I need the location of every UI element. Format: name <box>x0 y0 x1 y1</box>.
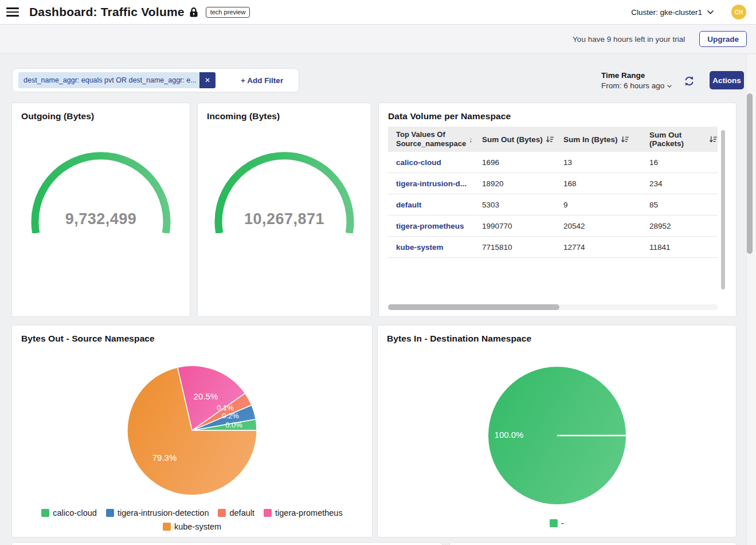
filter-panel: dest_name_aggr: equals pvt OR dest_name_… <box>12 68 299 92</box>
tech-preview-badge: tech preview <box>206 7 250 18</box>
legend-swatch <box>163 523 171 531</box>
namespace-link[interactable]: default <box>396 201 482 209</box>
sort-amount-icon <box>709 135 718 144</box>
actions-button[interactable]: Actions <box>710 71 744 89</box>
legend-label: - <box>561 517 564 529</box>
legend-item-default[interactable]: default <box>218 507 254 519</box>
hamburger-menu-button[interactable] <box>6 7 19 17</box>
filter-chip[interactable]: dest_name_aggr: equals pvt OR dest_name_… <box>18 72 216 88</box>
time-range: Time Range From: 6 hours ago <box>601 71 672 90</box>
sort-arrow-icon: ↓ <box>469 135 473 144</box>
legend-label: tigera-prometheus <box>275 507 343 519</box>
gauge-value: 9,732,499 <box>65 210 137 228</box>
legend-label: kube-system <box>174 521 221 532</box>
card-title: Incoming (Bytes) <box>198 103 371 121</box>
table-row: tigera-prometheus19907702054228952 <box>388 215 718 237</box>
time-range-selector[interactable]: From: 6 hours ago <box>601 81 672 90</box>
pie-percentage-label: 0.1% <box>217 403 234 412</box>
table-row: calico-cloud16961316 <box>388 152 718 173</box>
time-range-label: Time Range <box>601 71 672 80</box>
column-label: Sum In (Bytes) <box>563 135 618 144</box>
cluster-selector-label: Cluster: gke-cluster1 <box>631 8 702 17</box>
table-body: calico-cloud16961316tigera-intrusion-d..… <box>388 152 727 258</box>
table-cell: 1990770 <box>482 222 563 230</box>
card-incoming-bytes: Incoming (Bytes) 10,267,871 <box>197 103 371 317</box>
table-row: kube-system77158101277411841 <box>388 237 718 258</box>
pie-percentage-label: 79.3% <box>152 453 177 462</box>
pie-percentage-label: 0.0% <box>225 421 242 429</box>
table-cell: 9 <box>563 201 649 209</box>
refresh-icon <box>683 76 695 85</box>
legend-item-tigera-intrusion-detection[interactable]: tigera-intrusion-detection <box>106 507 209 519</box>
card-title: Bytes In - Destination Namespace <box>378 326 736 344</box>
close-icon: ✕ <box>205 76 210 84</box>
legend-label: calico-cloud <box>53 507 97 519</box>
namespace-link[interactable]: kube-system <box>396 243 482 252</box>
page-title: Dashboard: Traffic Volume <box>29 5 185 19</box>
namespace-link[interactable]: calico-cloud <box>396 158 482 167</box>
table-vertical-scrollbar-thumb[interactable] <box>721 130 725 289</box>
cluster-selector[interactable]: Cluster: gke-cluster1 <box>631 8 714 17</box>
namespace-link[interactable]: tigera-prometheus <box>396 222 482 230</box>
refresh-button[interactable] <box>682 74 696 88</box>
legend-item--[interactable]: - <box>550 517 564 529</box>
card-data-volume: Data Volume per Namespace Top Values Of … <box>378 103 737 317</box>
table-row: tigera-intrusion-d...18920168234 <box>388 173 718 194</box>
partial-card <box>11 542 442 545</box>
sort-amount-icon <box>546 135 554 144</box>
filter-chip-label: dest_name_aggr: equals pvt OR dest_name_… <box>18 72 199 88</box>
table-cell: 1696 <box>482 158 563 167</box>
table-cell: 7715810 <box>482 243 563 252</box>
legend-swatch <box>218 509 226 517</box>
table-row: default5303985 <box>388 194 718 215</box>
table-header-sum-in-bytes[interactable]: Sum In (Bytes) <box>563 135 649 144</box>
table-cell: 85 <box>649 201 718 209</box>
card-bytes-out-pie: Bytes Out - Source Namespace 0.0%0.2%0.1… <box>11 325 373 538</box>
table-header-sum-out-bytes[interactable]: Sum Out (Bytes) <box>482 135 563 144</box>
column-label: Top Values Of Source_namespace <box>396 130 466 148</box>
partial-card <box>449 542 737 545</box>
card-title: Bytes Out - Source Namespace <box>12 326 372 344</box>
legend-swatch <box>264 509 272 517</box>
pie-percentage-label: 20.5% <box>194 391 218 401</box>
table-header-source-namespace[interactable]: Top Values Of Source_namespace ↓ <box>396 130 482 148</box>
sort-amount-icon <box>621 135 629 144</box>
time-range-value: From: 6 hours ago <box>601 81 664 90</box>
column-label: Sum Out (Bytes) <box>482 135 543 144</box>
chevron-down-icon <box>707 8 714 17</box>
legend-swatch <box>550 519 558 527</box>
remove-filter-button[interactable]: ✕ <box>199 72 216 88</box>
pie-percentage-label: 100.0% <box>494 430 523 440</box>
card-outgoing-bytes: Outgoing (Bytes) 9,732,499 <box>11 103 190 317</box>
avatar[interactable]: CH <box>731 5 746 19</box>
upgrade-button[interactable]: Upgrade <box>699 31 747 47</box>
legend-item-kube-system[interactable]: kube-system <box>163 521 221 532</box>
app-header: Dashboard: Traffic Volume tech preview C… <box>0 0 756 25</box>
dashboard-page: Dashboard: Traffic Volume tech preview C… <box>0 0 756 545</box>
table-horizontal-scrollbar <box>388 304 718 310</box>
pie-chart-bytes-in: 100.0% <box>471 350 643 522</box>
trial-message: You have 9 hours left in your trial <box>573 35 685 44</box>
lock-icon <box>190 7 198 17</box>
table-header-row: Top Values Of Source_namespace ↓ Sum Out… <box>388 127 718 152</box>
add-filter-button[interactable]: + Add Filter <box>241 76 283 85</box>
table-horizontal-scrollbar-thumb[interactable] <box>388 304 559 310</box>
table-cell: 18920 <box>482 179 563 188</box>
legend-label: default <box>229 507 254 519</box>
table-header-sum-out-packets[interactable]: Sum Out (Packets) <box>649 131 718 148</box>
table-cell: 28952 <box>649 222 718 230</box>
gauge-chart-incoming: 10,267,871 <box>198 147 371 233</box>
namespace-link[interactable]: tigera-intrusion-d... <box>396 179 482 188</box>
pie-chart-bytes-out: 0.0%0.2%0.1%20.5%79.3% <box>106 344 278 516</box>
table-cell: 16 <box>649 158 718 167</box>
table-cell: 12774 <box>563 243 649 252</box>
table-cell: 168 <box>563 179 649 188</box>
gauge-value: 10,267,871 <box>244 210 324 228</box>
table-cell: 234 <box>649 179 718 188</box>
table-cell: 5303 <box>482 201 563 209</box>
legend-item-tigera-prometheus[interactable]: tigera-prometheus <box>264 507 343 519</box>
table-cell: 20542 <box>563 222 649 230</box>
pie-legend: calico-cloudtigera-intrusion-detectionde… <box>12 506 372 534</box>
legend-item-calico-cloud[interactable]: calico-cloud <box>41 507 97 519</box>
page-scrollbar-thumb[interactable] <box>747 93 753 254</box>
